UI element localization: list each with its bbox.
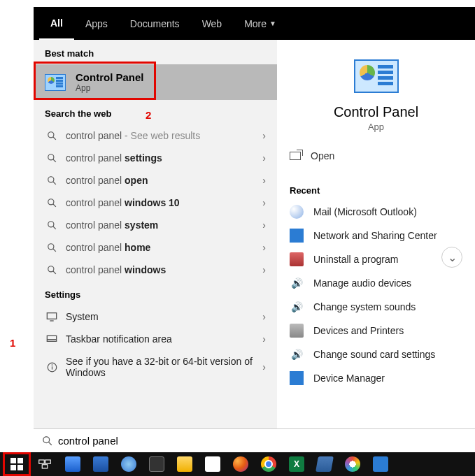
detail-subtitle: App — [277, 122, 475, 132]
chevron-down-icon: ⌄ — [448, 251, 457, 264]
taskbar-app[interactable] — [311, 452, 339, 476]
svg-point-0 — [48, 132, 54, 138]
svg-line-5 — [53, 182, 56, 185]
svg-rect-25 — [42, 465, 48, 468]
recent-item[interactable]: 🔊Change sound card settings — [277, 342, 475, 366]
paint-button[interactable] — [339, 452, 367, 476]
search-icon — [45, 220, 59, 230]
open-icon — [290, 152, 301, 160]
recent-item[interactable]: Device Manager — [277, 366, 475, 390]
settings-result-bitness[interactable]: See if you have a 32-bit or 64-bit versi… — [34, 350, 277, 384]
settings-result-system[interactable]: System › — [34, 305, 277, 328]
web-result[interactable]: control panel windows › — [34, 259, 277, 281]
recent-item[interactable]: Mail (Microsoft Outlook) — [277, 200, 475, 224]
svg-line-11 — [53, 249, 56, 252]
annotation-frame — [34, 62, 156, 100]
chevron-right-icon: › — [262, 152, 266, 164]
recent-item[interactable]: 🔊Change system sounds — [277, 295, 475, 319]
info-icon — [45, 362, 59, 373]
task-view-button[interactable] — [31, 452, 59, 476]
chevron-right-icon: › — [262, 242, 266, 253]
chevron-right-icon: › — [262, 264, 266, 275]
search-icon — [45, 153, 59, 163]
recent-item[interactable]: Devices and Printers — [277, 319, 475, 342]
recent-item[interactable]: Network and Sharing Center — [277, 224, 475, 247]
taskbar-app[interactable] — [367, 452, 395, 476]
search-input[interactable] — [58, 435, 467, 447]
svg-point-21 — [43, 437, 50, 443]
tab-web[interactable]: Web — [191, 7, 234, 40]
taskbar-app[interactable] — [87, 452, 115, 476]
settings-label: Settings — [34, 281, 277, 305]
svg-point-2 — [48, 154, 54, 160]
chevron-right-icon: › — [262, 333, 266, 345]
search-icon — [45, 198, 59, 208]
svg-point-6 — [48, 199, 54, 205]
speaker-icon: 🔊 — [290, 347, 304, 361]
tab-more[interactable]: More▼ — [233, 7, 288, 40]
device-manager-icon — [290, 371, 304, 385]
web-result[interactable]: control panel - See web results › — [34, 124, 277, 147]
svg-line-3 — [53, 159, 56, 162]
svg-rect-23 — [39, 460, 45, 463]
web-result[interactable]: control panel windows 10 › — [34, 192, 277, 214]
taskbar-app[interactable] — [143, 452, 171, 476]
svg-line-7 — [53, 204, 56, 207]
svg-point-4 — [48, 177, 54, 182]
annotation-label-2: 2 — [146, 109, 151, 121]
recent-label: Recent — [277, 168, 475, 200]
search-icon — [42, 435, 52, 446]
start-button[interactable] — [3, 452, 31, 476]
chevron-right-icon: › — [262, 197, 266, 208]
web-result[interactable]: control panel home › — [34, 236, 277, 259]
taskbar-icon — [45, 335, 59, 343]
printer-icon — [290, 324, 304, 338]
search-icon — [45, 131, 59, 140]
detail-panel: Control Panel App Open ⌄ Recent Mail (Mi… — [277, 40, 475, 428]
recent-item[interactable]: 🔊Manage audio devices — [277, 271, 475, 295]
search-icon — [45, 243, 59, 252]
settings-result-taskbar[interactable]: Taskbar notification area › — [34, 328, 277, 350]
chevron-right-icon: › — [262, 175, 266, 186]
search-icon — [45, 175, 59, 185]
speaker-icon: 🔊 — [290, 300, 304, 314]
svg-line-9 — [53, 226, 56, 229]
taskbar-app[interactable] — [59, 452, 87, 476]
svg-line-1 — [53, 137, 56, 140]
uninstall-icon — [290, 252, 304, 266]
svg-line-13 — [53, 271, 56, 274]
search-web-label: Search the web — [34, 100, 277, 124]
file-explorer-button[interactable] — [171, 452, 199, 476]
tab-documents[interactable]: Documents — [119, 7, 191, 40]
taskbar-app[interactable] — [199, 452, 227, 476]
expand-button[interactable]: ⌄ — [441, 247, 462, 268]
excel-button[interactable]: X — [283, 452, 311, 476]
svg-rect-24 — [45, 460, 51, 463]
chevron-right-icon: › — [262, 219, 266, 231]
web-result[interactable]: control panel settings › — [34, 147, 277, 169]
firefox-button[interactable] — [227, 452, 255, 476]
chevron-right-icon: › — [262, 311, 266, 322]
open-action[interactable]: Open — [277, 143, 475, 168]
tab-all[interactable]: All — [39, 7, 74, 40]
svg-rect-14 — [47, 313, 56, 319]
web-result[interactable]: control panel system › — [34, 214, 277, 236]
taskbar-app[interactable] — [115, 452, 143, 476]
web-result[interactable]: control panel open › — [34, 169, 277, 192]
detail-title: Control Panel — [277, 104, 475, 120]
best-match-label: Best match — [34, 40, 277, 64]
monitor-icon — [45, 312, 59, 322]
svg-point-8 — [48, 222, 54, 227]
taskbar: X — [0, 452, 475, 476]
chevron-right-icon: › — [262, 361, 266, 373]
svg-point-12 — [48, 266, 54, 272]
speaker-icon: 🔊 — [290, 276, 304, 290]
svg-line-22 — [48, 442, 51, 445]
chevron-right-icon: › — [262, 130, 266, 141]
search-bar[interactable] — [34, 428, 475, 452]
annotation-label-1: 1 — [10, 337, 15, 349]
mail-icon — [290, 205, 304, 219]
annotation-frame — [3, 452, 31, 476]
tab-apps[interactable]: Apps — [74, 7, 119, 40]
chrome-button[interactable] — [255, 452, 283, 476]
